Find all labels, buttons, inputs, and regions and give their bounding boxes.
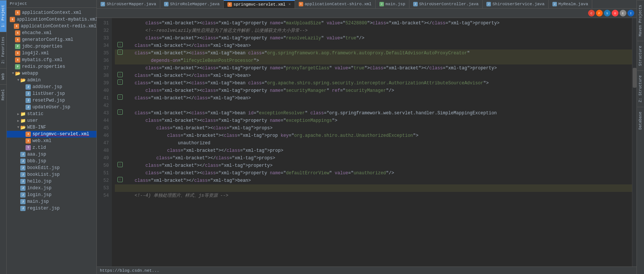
tree-item-log4j2[interactable]: Xlog4j2.xml — [7, 50, 96, 57]
edge-icon[interactable]: E — [620, 10, 626, 16]
line-text: <!--4) 单独处理图片、样式、js等资源 --> — [124, 192, 630, 199]
expand-arrow[interactable] — [17, 112, 19, 116]
side-tab-favorites[interactable]: 2: Favorites — [0, 32, 6, 68]
tree-item-webapp[interactable]: 📂webapp — [7, 70, 96, 77]
tree-item-listUser[interactable]: JlistUser.jsp — [7, 90, 96, 97]
firefox-icon[interactable]: F — [596, 10, 603, 16]
side-tab-database[interactable]: Database — [637, 107, 644, 134]
fold-icon[interactable]: ↕ — [117, 94, 123, 100]
tree-item-register[interactable]: Jregister.jsp — [7, 205, 96, 212]
gutter-cell: ↕ — [116, 177, 124, 182]
tree-item-ztld[interactable]: Tz.tld — [7, 144, 96, 151]
tab-close-button[interactable]: × — [289, 3, 291, 7]
line-number: 54 — [100, 192, 109, 199]
tree-item-login[interactable]: Jlogin.jsp — [7, 192, 96, 198]
tree-item-ehcache[interactable]: Xehcache.xml — [7, 30, 96, 36]
tree-item-label: index.jsp — [27, 186, 51, 191]
tab-springmvcServlet[interactable]: Xspringmvc-servlet.xml× — [224, 0, 295, 8]
tab-label: ShiroUserMapper.java — [107, 2, 156, 6]
tree-item-label: generatorConfig.xml — [22, 37, 73, 42]
code-editor[interactable]: 3132333435363738394041424344454647484950… — [97, 18, 632, 267]
fold-icon[interactable]: ↕ — [117, 79, 123, 85]
tab-applicationCatext[interactable]: XapplicationCatext-shiro.xml — [295, 0, 376, 8]
left-side-tabs: 1: Project 2: Favorites Web Rebel — [0, 0, 7, 274]
scrollbar-thumb — [633, 68, 636, 88]
expand-arrow[interactable] — [12, 72, 14, 75]
tree-item-jdbcProperties[interactable]: Pjdbc.properties — [7, 43, 96, 50]
fold-icon[interactable]: ↕ — [117, 42, 123, 47]
fold-icon[interactable]: ↕ — [117, 109, 123, 115]
tree-item-webXml[interactable]: Xweb.xml — [7, 138, 96, 144]
code-line: ↕ class="xml-bracket"></class="xml-tag">… — [115, 94, 632, 102]
tree-item-applicationContextRedis[interactable]: XapplicationContext-redis.xml — [7, 23, 96, 30]
tree-item-resetPwd[interactable]: JresetPwd.jsp — [7, 97, 96, 104]
tab-shiroUserMapper[interactable]: JShiroUserMapper.java — [97, 0, 160, 8]
side-tab-web[interactable]: Web — [0, 68, 6, 84]
tree-item-label: ehcache.xml — [22, 30, 51, 36]
tree-item-bbb[interactable]: Jbbb.jsp — [7, 158, 96, 165]
side-tab-maven[interactable]: Maven Projects — [637, 0, 644, 41]
tree-item-label: addUser.jsp — [32, 84, 62, 90]
tab-mainJsp[interactable]: Jmain.jsp — [376, 0, 409, 8]
code-content: class="xml-bracket"><class="xml-tag">pro… — [112, 18, 632, 267]
tree-item-WEBINF[interactable]: 📂WEB-INF — [7, 124, 96, 131]
tree-item-applicationContext[interactable]: XapplicationContext.xml — [7, 9, 96, 16]
jsp-file-icon: J — [25, 84, 31, 90]
tab-shiroUserService[interactable]: JShiroUserService.java — [483, 0, 549, 8]
fold-icon[interactable]: ↕ — [117, 72, 123, 77]
tab-shiroUserController[interactable]: JShiroUserController.java — [409, 0, 483, 8]
jsp-file-icon: J — [25, 91, 31, 97]
tree-item-label: applicationContext-redis.xml — [21, 24, 96, 29]
side-tab-rebel[interactable]: Rebel — [0, 84, 6, 105]
fold-icon[interactable]: ↕ — [117, 177, 123, 182]
expand-arrow[interactable] — [17, 119, 19, 123]
safari-icon[interactable]: S — [604, 10, 611, 16]
tree-item-redisProperties[interactable]: Predis.properties — [7, 63, 96, 70]
code-line: depends-on="lifecycleBeanPostProcessor"> — [115, 57, 632, 64]
chrome-icon[interactable]: C — [588, 10, 595, 16]
tree-item-static[interactable]: 📁static — [7, 111, 96, 117]
ie-icon[interactable]: I — [627, 10, 634, 16]
tab-label: applicationCatext-shiro.xml — [305, 2, 372, 6]
status-bar: https://blog.csdn.net... — [97, 267, 636, 274]
tree-item-label: applicationContext-mybatis.xml — [17, 17, 96, 22]
tab-file-icon: J — [164, 2, 169, 6]
tab-myRealm[interactable]: JMyRealm.java — [549, 0, 592, 8]
side-tab-project[interactable]: 1: Project — [0, 0, 6, 32]
tree-item-updateUser[interactable]: JupdateUser.jsp — [7, 104, 96, 111]
fold-icon[interactable]: ↕ — [117, 49, 123, 55]
tree-item-bookList[interactable]: JbookList.jsp — [7, 171, 96, 178]
tree-item-addUser[interactable]: JaddUser.jsp — [7, 84, 96, 90]
code-line: class="xml-bracket"><class="xml-tag">pro… — [115, 87, 632, 94]
line-number: 36 — [100, 57, 109, 64]
tab-shiroRoleMapper[interactable]: JShiroRoleMapper.java — [160, 0, 224, 8]
jsp-file-icon: J — [20, 158, 26, 164]
side-tab-structure[interactable]: Structure — [637, 41, 644, 70]
side-tab-z-structure[interactable]: Z: Structure — [637, 70, 644, 107]
jsp-file-icon: J — [25, 104, 31, 110]
tree-item-bookEdit[interactable]: JbookEdit.jsp — [7, 165, 96, 171]
tree-item-admin[interactable]: 📂admin — [7, 77, 96, 84]
line-text — [124, 184, 630, 192]
tree-item-main[interactable]: Jmain.jsp — [7, 198, 96, 205]
line-text: class="xml-bracket"><class="xml-tag">bea… — [124, 109, 630, 117]
tab-file-icon: J — [486, 2, 491, 6]
tree-item-aaa[interactable]: Jaaa.jsp — [7, 151, 96, 158]
line-text — [124, 102, 630, 109]
tree-item-applicationContextMybatis[interactable]: XapplicationContext-mybatis.xml — [7, 16, 96, 23]
expand-arrow[interactable] — [17, 78, 19, 82]
tree-item-index[interactable]: Jindex.jsp — [7, 185, 96, 192]
tree-item-generatorConfig[interactable]: XgeneratorConfig.xml — [7, 36, 96, 43]
tree-item-hello[interactable]: Jhello.jsp — [7, 178, 96, 185]
tree-item-user[interactable]: 📁user — [7, 117, 96, 124]
tree-item-springmvcServlet[interactable]: Xspringmvc-servlet.xml — [7, 131, 96, 138]
fold-icon[interactable]: ↕ — [117, 162, 123, 167]
code-line — [115, 102, 632, 109]
gutter-cell: ↕ — [116, 162, 124, 167]
tree-item-mybatisCfg[interactable]: Xmybatis.cfg.xml — [7, 57, 96, 63]
gutter-cell: ↕ — [116, 94, 124, 100]
opera-icon[interactable]: O — [612, 10, 618, 16]
scrollbar[interactable] — [632, 18, 636, 267]
tree-item-label: bookList.jsp — [27, 172, 59, 177]
expand-arrow[interactable] — [17, 126, 19, 129]
